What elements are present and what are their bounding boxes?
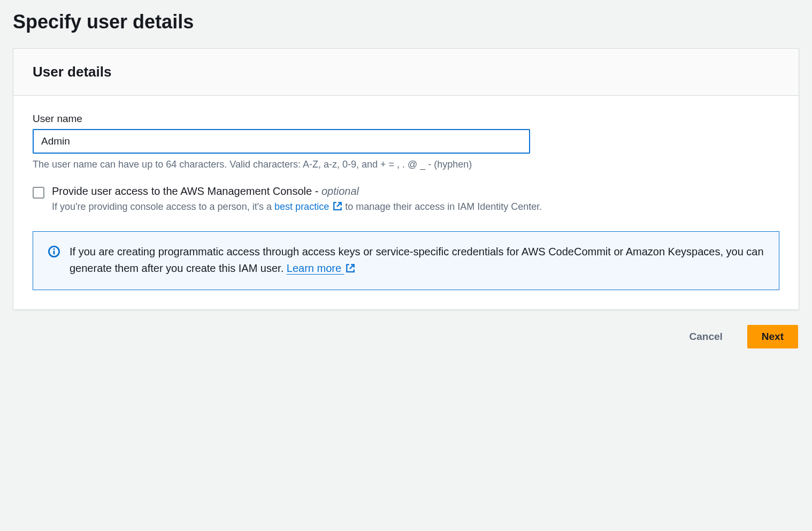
info-icon bbox=[48, 246, 60, 260]
username-label: User name bbox=[33, 113, 779, 125]
panel-body: User name The user name can have up to 6… bbox=[13, 96, 799, 309]
best-practice-link[interactable]: best practice bbox=[274, 201, 342, 212]
external-link-icon bbox=[333, 201, 342, 215]
console-access-row: Provide user access to the AWS Managemen… bbox=[33, 185, 779, 215]
footer-buttons: Cancel Next bbox=[13, 325, 799, 348]
console-hint-after: to manage their access in IAM Identity C… bbox=[342, 201, 542, 212]
info-text: If you are creating programmatic access … bbox=[70, 244, 764, 278]
external-link-icon bbox=[346, 261, 355, 278]
console-access-checkbox[interactable] bbox=[33, 187, 44, 199]
cancel-button[interactable]: Cancel bbox=[676, 325, 737, 348]
page-title: Specify user details bbox=[13, 11, 799, 33]
next-button[interactable]: Next bbox=[747, 325, 798, 348]
optional-label: optional bbox=[321, 185, 359, 197]
console-access-label: Provide user access to the AWS Managemen… bbox=[52, 185, 779, 198]
info-text-main: If you are creating programmatic access … bbox=[70, 246, 764, 274]
info-box: If you are creating programmatic access … bbox=[33, 231, 779, 290]
username-hint: The user name can have up to 64 characte… bbox=[33, 159, 779, 170]
learn-more-link[interactable]: Learn more bbox=[287, 262, 355, 274]
console-hint-before: If you're providing console access to a … bbox=[52, 201, 274, 212]
user-details-panel: User details User name The user name can… bbox=[13, 48, 799, 310]
console-access-hint: If you're providing console access to a … bbox=[52, 200, 779, 215]
svg-point-1 bbox=[53, 248, 55, 250]
svg-rect-2 bbox=[53, 251, 55, 254]
username-input[interactable] bbox=[33, 129, 530, 154]
console-access-label-text: Provide user access to the AWS Managemen… bbox=[52, 185, 321, 197]
panel-header-title: User details bbox=[33, 64, 779, 80]
panel-header: User details bbox=[13, 49, 799, 96]
